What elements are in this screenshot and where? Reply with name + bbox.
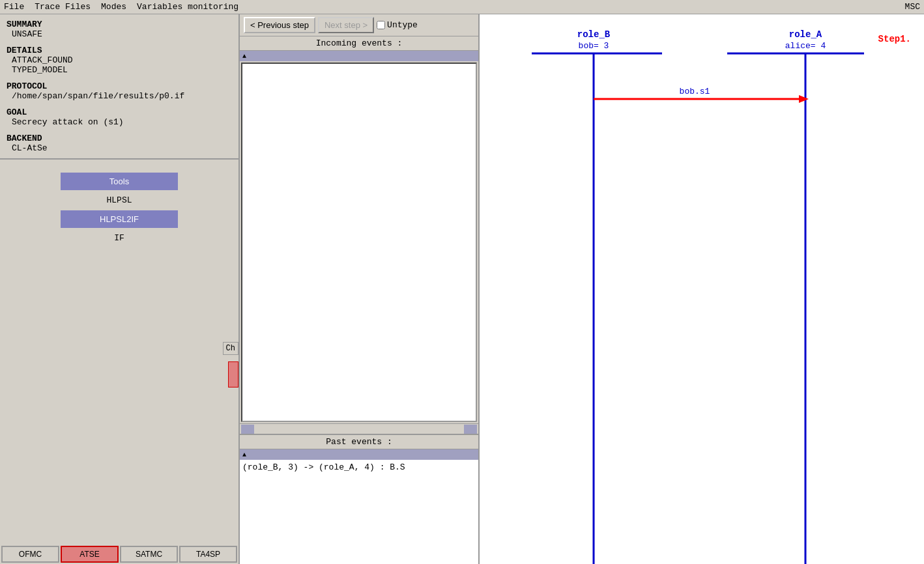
goal-title: GOAL (7, 107, 232, 117)
msc-area: Step1. role_B bob= 3 role_A alice= 4 (480, 14, 924, 564)
past-events-section: Past events : ▲ (role_B, 3) -> (role_A, … (240, 434, 478, 564)
untype-checkbox[interactable] (377, 21, 385, 29)
prev-step-button[interactable]: < Previous step (244, 17, 315, 33)
vscroll-past-top[interactable]: ▲ (240, 449, 478, 460)
protocol-title: PROTOCOL (7, 81, 232, 91)
step-label: Step1. (878, 34, 911, 44)
scroll-indicator (228, 361, 238, 388)
backend-row: OFMC ATSE SATMC TA4SP (0, 544, 238, 564)
satmc-button[interactable]: SATMC (120, 546, 178, 563)
goal-value: Secrecy attack on (s1) (7, 117, 232, 127)
role-a-label: role_A (789, 29, 822, 40)
past-events-header: Past events : (240, 435, 478, 449)
next-step-button[interactable]: Next step > (318, 17, 374, 33)
past-events-content: (role_B, 3) -> (role_A, 4) : B.S (240, 460, 478, 564)
incoming-events-header: Incoming events : (240, 36, 478, 51)
ch-label: Ch (223, 342, 238, 355)
role-b-sub: bob= 3 (579, 41, 609, 51)
right-panel: Step1. role_B bob= 3 role_A alice= 4 (480, 14, 924, 564)
backend-title: BACKEND (7, 134, 232, 143)
vscroll-top[interactable]: ▲ (240, 51, 478, 61)
hlpsl-label: HLPSL (106, 195, 132, 205)
tools-button[interactable]: Tools (61, 173, 178, 190)
hscroll-thumb (241, 425, 254, 434)
left-panel: SUMMARY UNSAFE DETAILS ATTACK_FOUND TYPE… (0, 14, 240, 564)
menu-modes[interactable]: Modes (101, 2, 126, 12)
untype-checkbox-label[interactable]: Untype (377, 20, 418, 30)
incoming-events-content[interactable] (241, 63, 477, 422)
details-title: DETAILS (7, 46, 232, 55)
menu-file[interactable]: File (4, 2, 24, 12)
menu-variables-monitoring[interactable]: Variables monitoring (137, 2, 238, 12)
role-b-label: role_B (577, 29, 611, 40)
details-value1: ATTACK_FOUND (7, 55, 232, 65)
summary-title: SUMMARY (7, 20, 232, 29)
protocol-value: /home/span/span/file/results/p0.if (7, 91, 232, 101)
arrowhead (799, 95, 809, 103)
backend-value: CL-AtSe (7, 143, 232, 153)
hlpsl2if-button[interactable]: HLPSL2IF (61, 210, 178, 228)
hscroll-bar[interactable] (240, 423, 478, 434)
toolbar: < Previous step Next step > Untype (240, 14, 478, 36)
if-label: IF (114, 233, 124, 243)
menu-trace-files[interactable]: Trace Files (35, 2, 91, 12)
role-a-sub: alice= 4 (785, 41, 826, 51)
details-value2: TYPED_MODEL (7, 65, 232, 75)
hscroll-right (464, 425, 477, 434)
menu-bar: File Trace Files Modes Variables monitor… (0, 0, 924, 14)
main-layout: SUMMARY UNSAFE DETAILS ATTACK_FOUND TYPE… (0, 14, 924, 564)
tools-area: Tools HLPSL HLPSL2IF IF Ch OFMC ATSE SAT… (0, 160, 238, 564)
summary-value: UNSAFE (7, 29, 232, 39)
middle-panel: < Previous step Next step > Untype Incom… (240, 14, 480, 564)
incoming-events-section: Incoming events : ▲ (240, 36, 478, 434)
ta4sp-button[interactable]: TA4SP (179, 546, 237, 563)
atse-button[interactable]: ATSE (61, 546, 119, 563)
arrow-label: bob.s1 (680, 87, 710, 96)
menu-msc: MSC (905, 2, 920, 12)
ofmc-button[interactable]: OFMC (1, 546, 59, 563)
untype-label: Untype (387, 20, 418, 30)
info-area: SUMMARY UNSAFE DETAILS ATTACK_FOUND TYPE… (0, 14, 238, 160)
msc-diagram: role_B bob= 3 role_A alice= 4 b (480, 14, 924, 564)
